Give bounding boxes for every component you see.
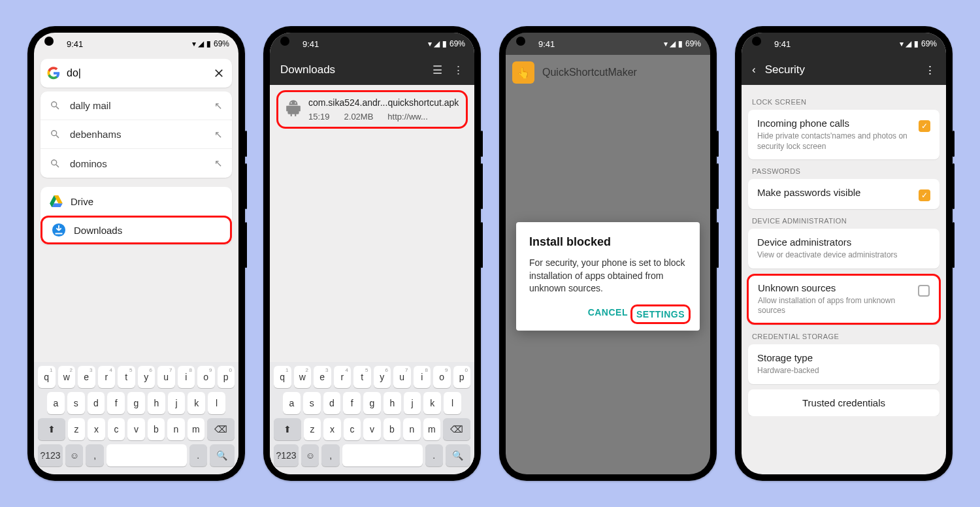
key-f[interactable]: f bbox=[107, 392, 125, 414]
key-e[interactable]: e3 bbox=[78, 366, 95, 388]
key-g[interactable]: g bbox=[127, 392, 145, 414]
key-s[interactable]: s bbox=[303, 392, 321, 414]
key-s[interactable]: s bbox=[67, 392, 85, 414]
insert-icon[interactable]: ↖ bbox=[214, 129, 223, 140]
key-c[interactable]: c bbox=[108, 418, 125, 440]
key-x[interactable]: x bbox=[323, 418, 340, 440]
key-n[interactable]: n bbox=[403, 418, 420, 440]
suggestion-item[interactable]: dally mail ↖ bbox=[41, 91, 232, 120]
key-j[interactable]: j bbox=[404, 392, 421, 414]
key-u[interactable]: u7 bbox=[157, 366, 175, 388]
key-k[interactable]: k bbox=[423, 392, 441, 414]
key-m[interactable]: m bbox=[188, 418, 204, 440]
key-v[interactable]: v bbox=[363, 418, 380, 440]
checkbox-icon[interactable]: ✓ bbox=[919, 120, 930, 132]
setting-incoming-calls[interactable]: Incoming phone callsHide private contact… bbox=[748, 110, 939, 159]
app-title: QuickShortcutMaker bbox=[542, 67, 637, 78]
key-p[interactable]: p0 bbox=[453, 366, 471, 388]
app-drive[interactable]: Drive bbox=[41, 187, 232, 216]
key-d[interactable]: d bbox=[88, 392, 105, 414]
key-q[interactable]: q1 bbox=[38, 366, 56, 388]
setting-storage-type[interactable]: Storage typeHardware-backed bbox=[748, 344, 939, 384]
key-t[interactable]: t5 bbox=[353, 366, 371, 388]
overflow-icon[interactable]: ⋮ bbox=[924, 63, 936, 77]
settings-button[interactable]: SETTINGS bbox=[630, 304, 691, 324]
download-file-row[interactable]: com.sika524.andr...quickshortcut.apk 15:… bbox=[276, 90, 468, 129]
key-b[interactable]: b bbox=[384, 418, 400, 440]
overflow-icon[interactable]: ⋮ bbox=[453, 63, 464, 77]
suggestion-item[interactable]: dominos ↖ bbox=[41, 149, 232, 178]
key-f[interactable]: f bbox=[343, 392, 361, 414]
cancel-button[interactable]: CANCEL bbox=[588, 307, 628, 321]
key-r[interactable]: r4 bbox=[334, 366, 351, 388]
emoji-key[interactable]: ☺ bbox=[65, 444, 83, 466]
insert-icon[interactable]: ↖ bbox=[214, 157, 223, 169]
backspace-key[interactable]: ⌫ bbox=[207, 418, 235, 440]
checkbox-icon[interactable] bbox=[918, 285, 930, 297]
key-n[interactable]: n bbox=[167, 418, 184, 440]
key-z[interactable]: z bbox=[68, 418, 85, 440]
key-h[interactable]: h bbox=[384, 392, 401, 414]
key-b[interactable]: b bbox=[148, 418, 165, 440]
search-bar[interactable] bbox=[41, 59, 232, 88]
enter-key[interactable]: 🔍 bbox=[446, 444, 470, 466]
key-l[interactable]: l bbox=[444, 392, 461, 414]
key-o[interactable]: o9 bbox=[197, 366, 215, 388]
emoji-key[interactable]: ☺ bbox=[301, 444, 319, 466]
close-icon[interactable] bbox=[212, 67, 225, 80]
search-icon bbox=[50, 100, 61, 111]
key-i[interactable]: i8 bbox=[178, 366, 195, 388]
sort-icon[interactable]: ☰ bbox=[433, 63, 442, 77]
category-credential-storage: CREDENTIAL STORAGE bbox=[752, 333, 936, 340]
key-u[interactable]: u7 bbox=[393, 366, 411, 388]
status-icons: ▾ ◢ ▮ 69% bbox=[900, 39, 937, 48]
key-y[interactable]: y6 bbox=[374, 366, 391, 388]
spacebar[interactable] bbox=[342, 444, 423, 466]
key-m[interactable]: m bbox=[423, 418, 440, 440]
checkbox-icon[interactable]: ✓ bbox=[919, 189, 930, 201]
key-y[interactable]: y6 bbox=[138, 366, 155, 388]
app-downloads[interactable]: Downloads bbox=[41, 216, 232, 244]
key-a[interactable]: a bbox=[47, 392, 65, 414]
key-w[interactable]: w2 bbox=[294, 366, 312, 388]
key-w[interactable]: w2 bbox=[58, 366, 76, 388]
keyboard[interactable]: q1w2e3r4t5y6u7i8o9p0 asdfghjkl ⬆zxcvbnm⌫… bbox=[34, 362, 238, 474]
key-v[interactable]: v bbox=[127, 418, 144, 440]
spacebar[interactable] bbox=[106, 444, 187, 466]
search-input[interactable] bbox=[67, 67, 212, 79]
key-j[interactable]: j bbox=[168, 392, 186, 414]
shift-key[interactable]: ⬆ bbox=[274, 418, 301, 440]
backspace-key[interactable]: ⌫ bbox=[443, 418, 470, 440]
suggestion-item[interactable]: debenhams ↖ bbox=[41, 120, 232, 149]
file-time: 15:19 bbox=[308, 112, 330, 122]
setting-unknown-sources[interactable]: Unknown sourcesAllow installation of app… bbox=[747, 274, 941, 325]
insert-icon[interactable]: ↖ bbox=[214, 100, 223, 112]
android-icon bbox=[285, 97, 302, 117]
setting-device-admins[interactable]: Device administratorsView or deactivate … bbox=[748, 229, 939, 269]
numeric-key[interactable]: ?123 bbox=[38, 444, 63, 466]
key-l[interactable]: l bbox=[208, 392, 225, 414]
install-blocked-dialog: Install blocked For security, your phone… bbox=[516, 222, 700, 331]
key-d[interactable]: d bbox=[323, 392, 341, 414]
numeric-key[interactable]: ?123 bbox=[274, 444, 299, 466]
setting-password-visible[interactable]: Make passwords visible ✓ bbox=[748, 179, 939, 209]
setting-trusted-credentials[interactable]: Trusted credentials bbox=[748, 389, 939, 416]
key-o[interactable]: o9 bbox=[433, 366, 451, 388]
key-h[interactable]: h bbox=[148, 392, 165, 414]
key-x[interactable]: x bbox=[88, 418, 105, 440]
keyboard[interactable]: q1w2e3r4t5y6u7i8o9p0 asdfghjkl ⬆zxcvbnm⌫… bbox=[270, 362, 474, 474]
shift-key[interactable]: ⬆ bbox=[38, 418, 65, 440]
key-g[interactable]: g bbox=[363, 392, 381, 414]
enter-key[interactable]: 🔍 bbox=[210, 444, 235, 466]
key-e[interactable]: e3 bbox=[314, 366, 331, 388]
key-a[interactable]: a bbox=[283, 392, 301, 414]
back-icon[interactable]: ‹ bbox=[752, 63, 756, 76]
key-z[interactable]: z bbox=[304, 418, 321, 440]
key-i[interactable]: i8 bbox=[414, 366, 431, 388]
key-q[interactable]: q1 bbox=[274, 366, 291, 388]
key-t[interactable]: t5 bbox=[118, 366, 135, 388]
key-p[interactable]: p0 bbox=[218, 366, 235, 388]
key-c[interactable]: c bbox=[344, 418, 361, 440]
key-k[interactable]: k bbox=[188, 392, 205, 414]
key-r[interactable]: r4 bbox=[98, 366, 116, 388]
